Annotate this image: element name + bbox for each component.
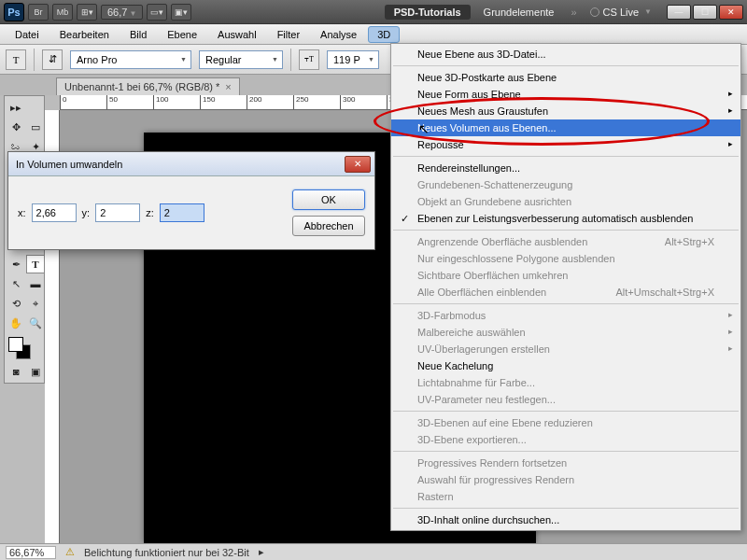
zoom-tool[interactable]: 🔍 (26, 314, 45, 332)
status-message: Belichtung funktioniert nur bei 32-Bit (84, 547, 249, 558)
menu-item[interactable]: Rastern (391, 488, 740, 505)
app-header: Ps Br Mb ⊞▾ 66,7▼ ▭▾ ▣▾ PSD-Tutorials Gr… (0, 0, 747, 24)
menu-ebene[interactable]: Ebene (158, 26, 206, 43)
menu-bild[interactable]: Bild (120, 26, 156, 43)
move-tool[interactable]: ✥ (7, 118, 25, 136)
close-tab-icon[interactable]: × (225, 81, 231, 92)
y-label: y: (82, 207, 91, 218)
volume-dialog: In Volumen umwandeln ✕ x: 2,66 y: 2 z: 2… (7, 151, 375, 250)
menu-item[interactable]: Neue Ebene aus 3D-Datei... (391, 46, 740, 63)
menu-item[interactable]: Neue 3D-Postkarte aus Ebene (391, 69, 740, 86)
3d-menu-dropdown: Neue Ebene aus 3D-Datei...Neue 3D-Postka… (390, 43, 741, 531)
3d-rotate-tool[interactable]: ⟲ (7, 294, 25, 313)
workspace-more-icon[interactable]: » (567, 7, 580, 18)
font-family-select[interactable]: Arno Pro (70, 50, 191, 69)
zoom-display[interactable]: 66,7▼ (101, 5, 143, 20)
menu-auswahl[interactable]: Auswahl (208, 26, 266, 43)
status-bar: 66,67% ⚠ Belichtung funktioniert nur bei… (0, 543, 747, 560)
menu-item[interactable]: Neues Mesh aus Graustufen (391, 103, 740, 119)
menu-item[interactable]: 3D-Ebenen auf eine Ebene reduzieren (391, 414, 740, 431)
menu-item[interactable]: Neue Form aus Ebene (391, 86, 740, 103)
menu-item[interactable]: 3D-Inhalt online durchsuchen... (391, 511, 740, 528)
cs-live-icon (590, 7, 599, 17)
screenmode-tool[interactable]: ▣ (26, 362, 45, 381)
type-tool[interactable]: T (26, 255, 45, 273)
cs-live-button[interactable]: CS Live▼ (585, 7, 657, 18)
menu-item[interactable]: 3D-Farbmodus (391, 307, 740, 324)
menu-item[interactable]: Neues Volumen aus Ebenen... (391, 119, 740, 136)
quickmask-icon[interactable]: ◙ (7, 362, 25, 381)
cancel-button[interactable]: Abbrechen (292, 216, 365, 236)
z-label: z: (146, 207, 154, 218)
menu-item[interactable]: Sichtbare Oberflächen umkehren (391, 267, 740, 284)
maximize-button[interactable]: ☐ (693, 5, 717, 20)
y-input[interactable]: 2 (95, 203, 140, 222)
font-size-select[interactable]: 119 P (327, 50, 379, 69)
menu-item[interactable]: UV-Parameter neu festlegen... (391, 391, 740, 408)
menu-item[interactable]: Neue Kachelung (391, 357, 740, 374)
minibridge-icon[interactable]: Mb (52, 4, 73, 21)
dialog-close-button[interactable]: ✕ (345, 156, 371, 173)
menu-item[interactable]: Ebenen zur Leistungsverbesserung automat… (391, 210, 740, 227)
workspace-grundelemente[interactable]: Grundelemente (474, 5, 564, 20)
view-extras-icon[interactable]: ⊞▾ (77, 4, 97, 21)
x-input[interactable]: 2,66 (32, 203, 77, 222)
bridge-icon[interactable]: Br (28, 4, 49, 21)
warning-icon: ⚠ (65, 546, 75, 558)
menu-item[interactable]: Repoussé (391, 136, 740, 153)
font-style-select[interactable]: Regular (199, 50, 283, 69)
menu-item[interactable]: Nur eingeschlossene Polygone ausblenden (391, 250, 740, 267)
path-tool[interactable]: ↖ (7, 274, 25, 293)
menu-item[interactable]: Rendereinstellungen... (391, 160, 740, 176)
fg-color-swatch[interactable] (8, 337, 23, 352)
menu-item[interactable]: Angrenzende Oberfläche ausblendenAlt+Str… (391, 233, 740, 250)
toolbox-handle[interactable]: ▸▸ (7, 98, 25, 117)
document-tab[interactable]: Unbenannt-1 bei 66,7% (RGB/8) *× (56, 77, 240, 95)
font-size-icon: ᴛT (299, 49, 319, 70)
close-button[interactable]: ✕ (719, 5, 743, 20)
dialog-title-text: In Volumen umwandeln (16, 159, 122, 170)
menu-analyse[interactable]: Analyse (311, 26, 366, 43)
arrange-icon[interactable]: ▭▾ (147, 4, 167, 21)
pen-tool[interactable]: ✒ (7, 255, 25, 273)
shape-tool[interactable]: ▬ (26, 274, 45, 293)
ok-button[interactable]: OK (292, 189, 365, 210)
menu-item[interactable]: Objekt an Grundebene ausrichten (391, 193, 740, 210)
text-orientation-icon[interactable]: ⇵ (42, 49, 63, 70)
dialog-titlebar[interactable]: In Volumen umwandeln ✕ (8, 152, 374, 176)
hand-tool[interactable]: ✋ (7, 314, 25, 332)
tool-preset-icon[interactable]: T (6, 49, 26, 70)
menu-item[interactable]: Grundebenen-Schattenerzeugung (391, 176, 740, 193)
menu-3d[interactable]: 3D (368, 26, 400, 43)
ps-logo-icon: Ps (4, 3, 24, 21)
menu-datei[interactable]: Datei (6, 26, 49, 43)
color-swatches[interactable] (7, 337, 45, 361)
menu-item[interactable]: Lichtabnahme für Farbe... (391, 374, 740, 391)
z-input[interactable]: 2 (160, 203, 204, 222)
3d-camera-tool[interactable]: ⌖ (26, 294, 45, 313)
menu-item[interactable]: Malbereiche auswählen (391, 324, 740, 341)
screenmode-icon[interactable]: ▣▾ (171, 4, 191, 21)
menu-item[interactable]: Progressives Rendern fortsetzen (391, 455, 740, 471)
menu-item[interactable]: Alle Oberflächen einblendenAlt+Umschalt+… (391, 284, 740, 301)
status-zoom[interactable]: 66,67% (6, 546, 56, 559)
menu-filter[interactable]: Filter (268, 26, 309, 43)
menu-bearbeiten[interactable]: Bearbeiten (50, 26, 119, 43)
menu-item[interactable]: 3D-Ebene exportieren... (391, 431, 740, 448)
menu-bar: Datei Bearbeiten Bild Ebene Auswahl Filt… (0, 24, 747, 45)
menu-item[interactable]: Auswahl für progressives Rendern (391, 471, 740, 488)
minimize-button[interactable]: — (667, 5, 691, 20)
x-label: x: (18, 207, 26, 218)
menu-item[interactable]: UV-Überlagerungen erstellen (391, 341, 740, 357)
marquee-tool[interactable]: ▭ (26, 118, 45, 136)
status-more-icon[interactable]: ▸ (259, 546, 264, 558)
workspace-psd-tutorials[interactable]: PSD-Tutorials (385, 5, 471, 20)
